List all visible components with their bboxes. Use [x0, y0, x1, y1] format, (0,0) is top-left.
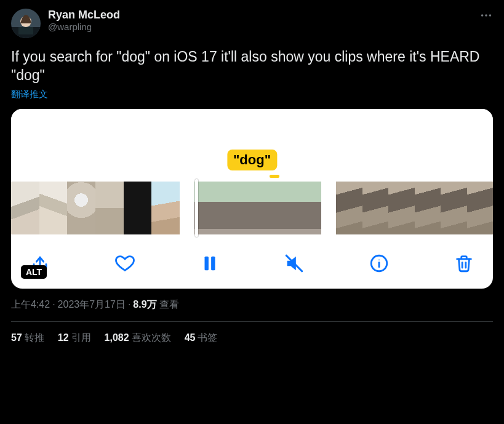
- info-icon: [369, 253, 390, 274]
- translate-link[interactable]: 翻译推文: [11, 89, 493, 100]
- likes-count: 1,082: [105, 332, 129, 343]
- svg-point-4: [481, 14, 484, 17]
- quotes-count: 12: [58, 332, 69, 343]
- clip-thumbnail: [95, 182, 124, 234]
- tweet-stats: 57转推 12引用 1,082喜欢次数 45书签: [11, 322, 493, 345]
- clip-thumbnail: [124, 182, 152, 234]
- clip-thumbnail: [290, 182, 322, 234]
- svg-point-12: [378, 259, 380, 260]
- quotes-stat[interactable]: 12引用: [58, 332, 91, 345]
- tweet-header: Ryan McLeod @warpling: [11, 9, 493, 38]
- clip-thumbnail: [336, 182, 362, 234]
- svg-point-6: [489, 14, 492, 17]
- author-display-name: Ryan McLeod: [48, 9, 120, 22]
- retweets-count: 57: [11, 332, 22, 343]
- bookmarks-stat[interactable]: 45书签: [185, 332, 218, 345]
- favorite-button[interactable]: [114, 253, 135, 274]
- media-header-space: "dog": [11, 109, 493, 166]
- alt-badge[interactable]: ALT: [21, 265, 47, 279]
- retweets-stat[interactable]: 57转推: [11, 332, 44, 345]
- speaker-muted-icon: [284, 253, 305, 274]
- tweet-time[interactable]: 上午4:42: [11, 299, 50, 310]
- info-button[interactable]: [369, 253, 390, 274]
- pause-button[interactable]: [199, 253, 220, 274]
- media-card[interactable]: "dog": [11, 109, 493, 289]
- heart-icon: [114, 253, 135, 274]
- clip-thumbnail: [388, 182, 415, 234]
- views-count: 8.9万: [133, 299, 156, 310]
- media-toolbar: [11, 234, 493, 289]
- clip-group[interactable]: [11, 182, 180, 234]
- clip-group[interactable]: [336, 182, 493, 234]
- quotes-label: 引用: [71, 332, 91, 343]
- clip-thumbnail: [11, 182, 39, 234]
- caption-keyword-badge: "dog": [227, 150, 277, 170]
- clip-thumbnail: [362, 182, 389, 234]
- tweet-meta: 上午4:42·2023年7月17日·8.9万 查看: [11, 298, 493, 311]
- tweet-text: If you search for "dog" on iOS 17 it'll …: [11, 48, 493, 85]
- svg-rect-3: [18, 27, 33, 34]
- more-icon: [479, 9, 493, 22]
- svg-point-5: [485, 14, 487, 17]
- clip-thumbnail: [67, 182, 95, 234]
- playhead[interactable]: [195, 179, 198, 237]
- views-label: 查看: [159, 299, 179, 310]
- clip-timeline[interactable]: [11, 166, 493, 234]
- author-block[interactable]: Ryan McLeod @warpling: [48, 9, 120, 32]
- pause-icon: [199, 253, 220, 274]
- clip-thumbnail: [194, 182, 226, 234]
- clip-thumbnail: [226, 182, 258, 234]
- clip-thumbnail: [39, 182, 68, 234]
- clip-thumbnail: [151, 182, 180, 234]
- tweet-date[interactable]: 2023年7月17日: [58, 299, 126, 310]
- caption-marker: [270, 175, 279, 178]
- more-button[interactable]: [479, 9, 493, 25]
- clip-thumbnail: [415, 182, 441, 234]
- clip-group-current[interactable]: [194, 182, 321, 234]
- clip-thumbnail: [258, 182, 290, 234]
- likes-label: 喜欢次数: [132, 332, 171, 343]
- likes-stat[interactable]: 1,082喜欢次数: [105, 332, 171, 345]
- retweets-label: 转推: [25, 332, 44, 343]
- mute-button[interactable]: [284, 253, 305, 274]
- bookmarks-label: 书签: [198, 332, 217, 343]
- author-handle: @warpling: [48, 22, 120, 32]
- delete-button[interactable]: [454, 253, 474, 274]
- clip-thumbnail: [441, 182, 467, 234]
- svg-rect-8: [211, 256, 215, 270]
- clip-thumbnail: [467, 182, 494, 234]
- avatar[interactable]: [11, 9, 41, 38]
- trash-icon: [454, 253, 474, 274]
- tweet: Ryan McLeod @warpling If you search for …: [0, 0, 504, 345]
- bookmarks-count: 45: [185, 332, 196, 343]
- svg-rect-7: [204, 256, 208, 270]
